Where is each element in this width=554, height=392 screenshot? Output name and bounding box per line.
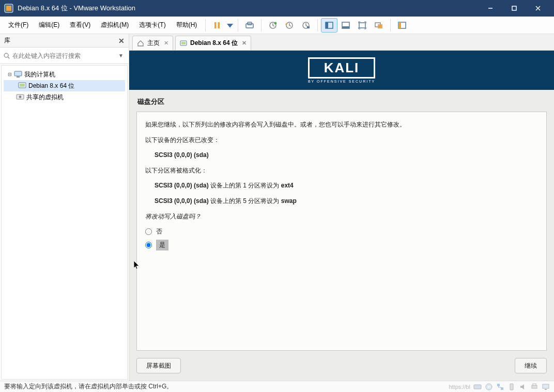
expand-icon[interactable]	[9, 94, 15, 100]
snapshot-take-button[interactable]	[265, 18, 281, 33]
menu-view[interactable]: 查看(V)	[65, 19, 96, 32]
minimize-button[interactable]	[479, 0, 502, 17]
svg-rect-38	[497, 384, 500, 386]
menu-tabs[interactable]: 选项卡(T)	[134, 19, 171, 32]
snapshot-revert-button[interactable]	[281, 18, 298, 33]
unity-button[interactable]	[371, 18, 387, 33]
menu-help[interactable]: 帮助(H)	[171, 19, 203, 32]
tab-vm-debian[interactable]: Debian 8.x 64 位 ✕	[175, 36, 251, 50]
tab-label: 主页	[147, 39, 160, 48]
separator	[205, 19, 206, 32]
svg-rect-35	[474, 385, 481, 389]
svg-rect-24	[398, 22, 401, 28]
window-title: Debian 8.x 64 位 - VMware Workstation	[18, 4, 479, 13]
sound-icon[interactable]	[519, 383, 527, 391]
vm-icon	[180, 40, 187, 47]
menu-file[interactable]: 文件(F)	[3, 19, 34, 32]
view-thumbnail-button[interactable]	[337, 18, 354, 33]
svg-rect-15	[307, 26, 310, 28]
menu-edit[interactable]: 编辑(E)	[34, 19, 65, 32]
home-icon	[137, 40, 144, 47]
radio-yes-row[interactable]: 是	[145, 240, 538, 251]
titlebar: Debian 8.x 64 位 - VMware Workstation	[0, 0, 554, 17]
svg-rect-22	[378, 24, 382, 28]
send-ctrl-alt-del-button[interactable]	[241, 18, 258, 33]
network-icon[interactable]	[496, 383, 504, 391]
tree-label: 我的计算机	[24, 70, 55, 79]
svg-marker-8	[227, 24, 233, 28]
tabbar: 主页 ✕ Debian 8.x 64 位 ✕	[129, 34, 554, 51]
tab-close-icon[interactable]: ✕	[242, 40, 247, 46]
shared-icon	[16, 93, 24, 101]
intro-text: 如果您继续，以下所列出的修改内容将会写入到磁盘中。或者，您也可以手动来进行其它修…	[145, 119, 538, 131]
radio-no-row[interactable]: 否	[145, 226, 538, 238]
continue-button[interactable]: 继续	[515, 358, 547, 373]
svg-rect-40	[510, 384, 513, 390]
system-tray: https://bl	[449, 383, 550, 391]
tree-vm-debian[interactable]: Debian 8.x 64 位	[4, 80, 125, 91]
svg-rect-7	[218, 22, 220, 28]
svg-point-25	[4, 53, 8, 57]
radio-yes[interactable]	[145, 242, 152, 248]
sidebar-close-icon[interactable]: ✕	[118, 37, 125, 45]
pause-button[interactable]	[209, 18, 225, 33]
library-tree: ⊟ 我的计算机 Debian 8.x 64 位 共享的虚拟机	[1, 65, 128, 380]
changed-label: 以下设备的分区表已改变：	[145, 135, 538, 146]
tree-shared-vms[interactable]: 共享的虚拟机	[4, 91, 125, 103]
format-item-2: SCSI3 (0,0,0) (sda) 设备上的第 5 分区将设为 swap	[145, 196, 538, 207]
disk-icon[interactable]	[473, 383, 482, 391]
footer-buttons: 屏幕截图 继续	[136, 358, 547, 373]
svg-line-26	[8, 57, 9, 58]
separator	[390, 19, 391, 32]
svg-rect-41	[532, 385, 537, 388]
radio-no[interactable]	[145, 228, 152, 235]
changed-item: SCSI3 (0,0,0) (sda)	[145, 150, 538, 161]
view-console-button[interactable]	[321, 18, 337, 33]
tab-close-icon[interactable]: ✕	[164, 40, 168, 46]
app-icon	[4, 4, 13, 13]
svg-rect-30	[20, 84, 25, 87]
vm-icon	[18, 82, 26, 89]
usb-icon[interactable]	[507, 383, 516, 391]
radio-yes-label[interactable]: 是	[156, 240, 168, 251]
snapshot-manager-button[interactable]	[298, 18, 314, 33]
question-text: 将改动写入磁盘吗？	[145, 211, 538, 223]
svg-rect-44	[545, 389, 547, 390]
partition-summary: 如果您继续，以下所列出的修改内容将会写入到磁盘中。或者，您也可以手动来进行其它修…	[136, 112, 547, 351]
search-icon	[3, 52, 10, 59]
watermark: https://bl	[449, 384, 470, 390]
svg-rect-43	[543, 384, 549, 388]
fullscreen-button[interactable]	[354, 18, 371, 33]
close-button[interactable]	[526, 0, 550, 17]
separator	[261, 19, 261, 32]
cd-icon[interactable]	[485, 383, 493, 391]
library-toggle-button[interactable]	[394, 18, 410, 33]
section-title: 磁盘分区	[136, 94, 547, 112]
content-area: 主页 ✕ Debian 8.x 64 位 ✕ KALI BY OFFENSIVE…	[129, 34, 554, 381]
kali-banner: KALI BY OFFENSIVE SECURITY	[129, 51, 554, 90]
menu-vm[interactable]: 虚拟机(M)	[96, 19, 134, 32]
maximize-button[interactable]	[502, 0, 526, 17]
kali-logo: KALI	[308, 57, 375, 79]
collapse-icon[interactable]: ⊟	[7, 71, 13, 77]
tree-root-my-computer[interactable]: ⊟ 我的计算机	[4, 69, 125, 80]
radio-no-label[interactable]: 否	[156, 226, 162, 238]
sidebar-title: 库	[4, 36, 10, 45]
svg-rect-1	[6, 6, 11, 11]
tree-label: Debian 8.x 64 位	[28, 82, 74, 90]
svg-rect-42	[533, 384, 536, 385]
search-input[interactable]	[12, 49, 116, 63]
display-icon[interactable]	[542, 383, 550, 391]
kali-subtitle: BY OFFENSIVE SECURITY	[308, 80, 375, 83]
search-dropdown-icon[interactable]: ▼	[116, 53, 126, 58]
printer-icon[interactable]	[530, 383, 538, 391]
installer-panel: 磁盘分区 如果您继续，以下所列出的修改内容将会写入到磁盘中。或者，您也可以手动来…	[129, 90, 554, 381]
svg-point-37	[488, 386, 490, 388]
search-wrap: ▼	[0, 48, 129, 64]
tab-home[interactable]: 主页 ✕	[132, 36, 173, 50]
screenshot-button[interactable]: 屏幕截图	[136, 358, 181, 373]
power-dropdown[interactable]	[225, 18, 235, 33]
format-label: 以下分区将被格式化：	[145, 165, 538, 177]
svg-point-12	[274, 22, 277, 24]
statusbar: 要将输入定向到该虚拟机，请在虚拟机内部单击或按 Ctrl+G。 https://…	[0, 381, 554, 392]
